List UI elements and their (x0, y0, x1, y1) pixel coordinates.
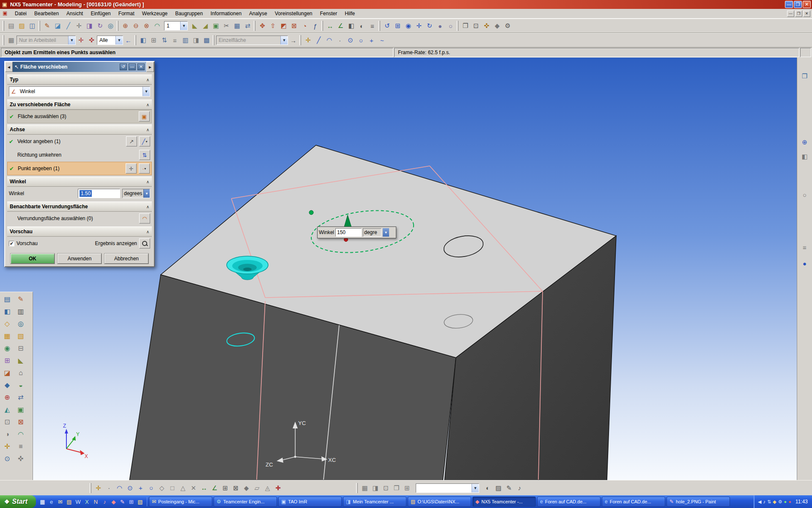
snap-existing-point-icon[interactable]: ∙ (335, 35, 345, 46)
collapse-icon[interactable]: ∧ (146, 102, 149, 107)
snap-arc-icon[interactable]: ◠ (324, 35, 335, 46)
section-header-blend[interactable]: Benachbarte Verrundungsfläche ∧ (7, 202, 152, 212)
delete-face-icon[interactable]: ⊠ (289, 21, 299, 31)
menu-item[interactable]: Format (115, 9, 138, 18)
taskbar-clock[interactable]: 11:43 (796, 499, 808, 505)
pattern-icon[interactable]: ▦ (232, 21, 242, 31)
reverse-direction-button[interactable]: ⇅ (139, 150, 150, 160)
previous-selection-icon[interactable]: ← (123, 35, 134, 46)
resize-blend-icon[interactable]: ◔ (299, 21, 310, 31)
notes-icon[interactable]: N (92, 497, 100, 506)
folder-icon[interactable]: ▧ (136, 497, 144, 506)
move-face-icon[interactable]: ✥ (257, 21, 268, 31)
blend-collector-button[interactable]: ◠ (139, 213, 150, 224)
circle-tool-icon[interactable]: ◉ (1, 342, 14, 354)
face-collector-button[interactable]: ▣ (139, 111, 150, 121)
plus-icon[interactable]: ✚ (273, 483, 283, 493)
toolbar-grip[interactable] (3, 21, 4, 31)
replace-face-icon[interactable]: ◩ (278, 21, 289, 31)
bottom-combo[interactable]: ▼ (416, 483, 479, 493)
snap-center-icon[interactable]: ⊙ (345, 35, 356, 46)
angle-icon[interactable]: ∠ (209, 483, 220, 493)
toolbar-grip[interactable] (254, 21, 255, 31)
section-header-axis[interactable]: Achse ∧ (7, 124, 152, 135)
snap-line-icon[interactable]: ╱ (313, 35, 324, 46)
collapse-icon[interactable]: ∧ (146, 204, 149, 209)
fit-view-icon[interactable]: ⊞ (392, 21, 403, 31)
halfshade-tool-icon[interactable]: ◑ (1, 428, 14, 440)
unit-arrow-icon[interactable]: ▼ (143, 189, 150, 198)
point-dialog-button[interactable]: ✛ (126, 163, 137, 174)
sketch-tool-icon[interactable]: ▤ (1, 293, 14, 305)
shaded-view-icon[interactable]: ● (435, 21, 445, 31)
filter-feature-icon[interactable]: ▥ (180, 35, 191, 46)
rectangle-tool-icon[interactable]: ▦ (1, 330, 14, 342)
calc-icon[interactable]: ⊞ (127, 497, 135, 506)
menu-item[interactable]: Informationen (207, 9, 245, 18)
snap-quadrant-icon[interactable]: + (366, 35, 377, 46)
remove-from-selection-icon[interactable]: ✜ (86, 35, 97, 46)
toolbar-grip[interactable] (356, 483, 358, 493)
ie-icon[interactable]: e (47, 497, 55, 506)
datum-tool-icon[interactable]: ◧ (1, 305, 14, 318)
cancel-button[interactable]: Abbrechen (104, 254, 148, 264)
blend-select-row[interactable]: Verrundungsfläche auswählen (0) ◠ (7, 212, 152, 225)
plane-icon[interactable]: ▱ (252, 483, 262, 493)
menu-item[interactable]: Voreinstellungen (271, 9, 316, 18)
excel-icon[interactable]: X (83, 497, 91, 506)
datum-axis-icon[interactable]: ╱ (63, 21, 74, 31)
hole-icon[interactable]: ◎ (105, 21, 116, 31)
globe-icon[interactable]: ⊕ (799, 136, 811, 148)
task-teamcenter-eng[interactable]: ⚙ Teamcenter Engin... (214, 497, 277, 507)
selection-scope-combo[interactable]: Alle ▼ (97, 36, 123, 45)
menu-item[interactable]: Ansicht (63, 9, 87, 18)
grid-icon[interactable]: ⊞ (220, 483, 230, 493)
filter-curve-icon[interactable]: ▩ (201, 35, 212, 46)
cylinder-tool-icon[interactable]: ⊙ (1, 453, 14, 465)
dialog-close-button[interactable]: ✕ (137, 64, 145, 70)
point-icon[interactable]: ✛ (74, 21, 84, 31)
view-half-icon[interactable]: ◨ (370, 483, 381, 493)
extrude-tool-icon[interactable]: ◪ (1, 367, 14, 379)
list-tool-icon[interactable]: ≡ (14, 440, 27, 453)
add-to-selection-icon[interactable]: ✛ (76, 35, 86, 46)
home-view-icon[interactable]: ⌂ (14, 367, 27, 379)
media-icon[interactable]: ♪ (101, 497, 109, 506)
nav-sphere-icon[interactable]: ● (799, 257, 811, 269)
menu-item[interactable]: Analyse (245, 9, 271, 18)
wcs-icon[interactable]: ✜ (481, 21, 492, 31)
tray-chevron-icon[interactable]: ◀ (758, 499, 761, 505)
task-posteingang[interactable]: ✉ Posteingang - Mic... (149, 497, 212, 507)
paint-icon[interactable]: ✎ (118, 497, 126, 506)
iso-view-icon[interactable]: ◧ (799, 151, 811, 163)
spline-tool-icon[interactable]: ✎ (14, 293, 27, 305)
snap-point-icon[interactable]: ✛ (93, 483, 104, 493)
toolbar-grip[interactable] (213, 35, 214, 45)
combo-arrow-icon[interactable]: ▼ (280, 36, 288, 44)
sound-icon[interactable]: ♪ (514, 483, 525, 493)
draft-icon[interactable]: ◢ (200, 21, 211, 31)
filter-vertex-icon[interactable]: ⇅ (159, 35, 170, 46)
measure-angle-icon[interactable]: ∠ (335, 21, 346, 31)
apply-filter-icon[interactable]: → (288, 35, 299, 46)
menu-item[interactable]: Werkzeuge (138, 9, 171, 18)
explorer-icon[interactable]: ▨ (65, 497, 73, 506)
toolbar-grip[interactable] (90, 483, 91, 493)
snap-cross-icon[interactable]: ✕ (188, 483, 199, 493)
menu-item[interactable]: Datei (11, 9, 30, 18)
view-grid-icon[interactable]: ▦ (359, 483, 370, 493)
section-header-angle[interactable]: Winkel ∧ (7, 177, 152, 187)
view-fit-icon[interactable]: ⊞ (402, 483, 412, 493)
show-desktop-icon[interactable]: ▦ (38, 497, 47, 506)
menu-item[interactable]: Baugruppen (171, 9, 206, 18)
crosshair-tool-icon[interactable]: ✜ (14, 453, 27, 465)
expression-icon[interactable]: ƒ (310, 21, 321, 31)
ok-button[interactable]: OK (11, 254, 55, 264)
angle-input[interactable]: 1.50 (78, 189, 120, 198)
wireframe-view-icon[interactable]: ○ (445, 21, 456, 31)
child-window-icon[interactable]: ▣ (2, 10, 8, 17)
edge-blend-icon[interactable]: ◠ (152, 21, 162, 31)
hatch-tool-icon[interactable]: ▧ (14, 330, 27, 342)
toolbar-grip[interactable] (38, 21, 40, 31)
vector-select-row[interactable]: ✔ Vektor angeben (1) ↗ ╱ ▾ (7, 135, 152, 148)
